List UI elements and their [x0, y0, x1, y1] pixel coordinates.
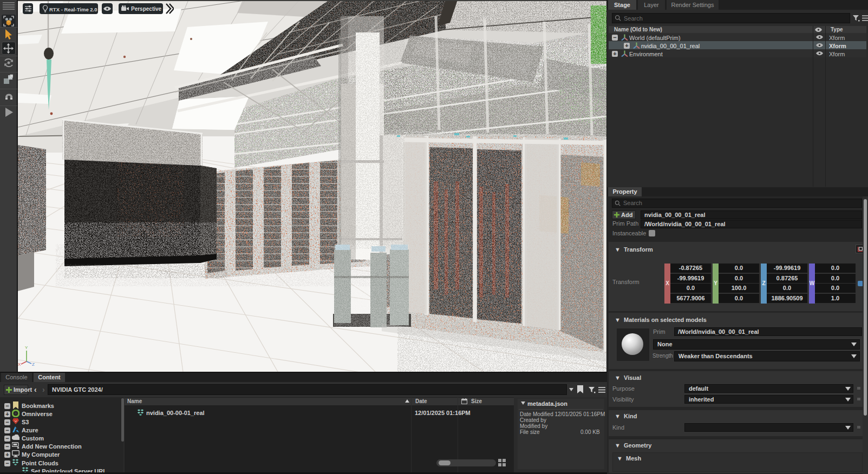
svg-text:Y: Y — [25, 345, 28, 350]
svg-text:X: X — [18, 362, 21, 367]
svg-text:Z: Z — [32, 362, 35, 367]
